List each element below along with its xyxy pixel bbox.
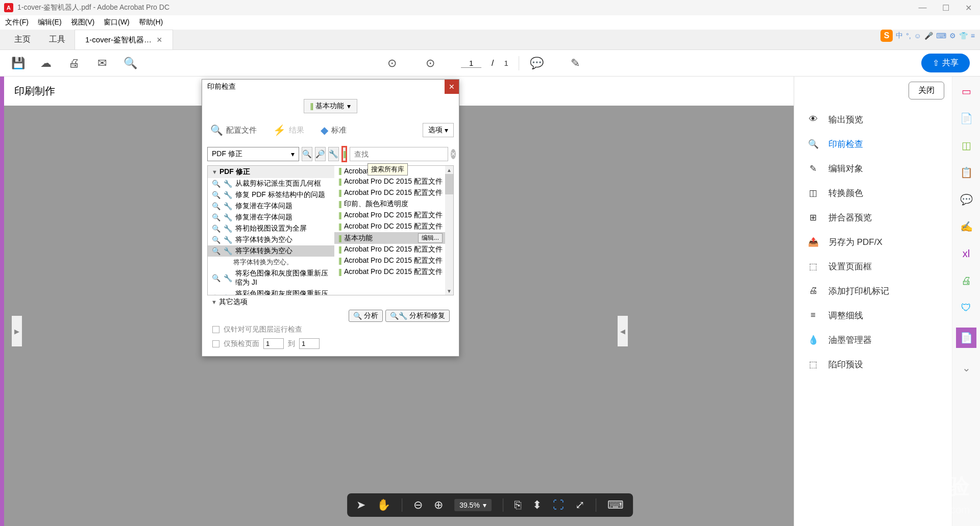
fit-visible-icon[interactable]: ⛶ (553, 498, 564, 512)
fixup-row[interactable]: 将字体转换为空心。 (208, 257, 334, 268)
panel-close-button[interactable]: 关闭 (909, 82, 944, 99)
search-icon[interactable]: 🔍 (122, 56, 138, 71)
tab-close-icon[interactable]: × (157, 35, 162, 45)
fixup-row[interactable]: 🔍🔧将彩色图像和灰度图像重新压缩为 JI (208, 268, 334, 288)
analyze-fix-button[interactable]: 🔍🔧 分析和修复 (385, 310, 450, 322)
library-row[interactable]: |||Acrobat Pro DC 2015 配置文件 (334, 221, 453, 232)
expand-right-icon[interactable]: ◀ (618, 316, 628, 346)
rail-export-icon[interactable]: 📄 (959, 111, 973, 126)
library-row[interactable]: |||Acrobat Pro DC 2015 配置文件 (334, 255, 453, 266)
rail-sign-icon[interactable]: ✍ (959, 219, 973, 234)
library-dropdown[interactable]: ||| 基本功能 ▾ (304, 99, 358, 113)
analyze-button[interactable]: 🔍 分析 (349, 310, 383, 322)
rail-measure-icon[interactable]: xl (959, 246, 973, 261)
collapse-arrow-icon[interactable]: ▼ (212, 169, 217, 175)
fixup-row[interactable]: 🔍🔧修复 PDF 标签结构中的问题 (208, 189, 334, 201)
fullscreen-icon[interactable]: ⤢ (575, 498, 584, 512)
fixup-row[interactable]: 🔍🔧将字体转换为空心 (208, 245, 334, 257)
right-panel-item[interactable]: ⬚设置页面框 (794, 254, 952, 279)
libraries-list[interactable]: |||Acrobat|||Acrobat Pro DC 2015 配置文件|||… (334, 166, 453, 295)
rail-organize-icon[interactable]: ▭ (959, 84, 973, 98)
right-panel-item[interactable]: ⊞拼合器预览 (794, 205, 952, 230)
zoom-out-icon[interactable]: ⊖ (413, 498, 423, 512)
ime-shirt-icon[interactable]: 👕 (959, 32, 968, 40)
ime-emoji-icon[interactable]: ☺ (914, 32, 921, 40)
tool-btn-wrench[interactable]: 🔧 (328, 147, 339, 161)
right-panel-item[interactable]: 🔍印前检查 (794, 132, 952, 156)
search-input[interactable] (350, 147, 448, 161)
scroll-down-icon[interactable]: ▼ (445, 287, 453, 295)
rail-comment-icon[interactable]: 💬 (959, 192, 973, 207)
library-row[interactable]: |||Acrobat Pro DC 2015 配置文件 (334, 210, 453, 221)
tab-standards[interactable]: ◆ 标准 (317, 121, 350, 139)
minimize-button[interactable]: — (911, 0, 934, 15)
page-from-input[interactable] (263, 338, 284, 349)
expand-left-icon[interactable]: ▶ (12, 316, 22, 346)
page-down-icon[interactable]: ⊙ (423, 56, 438, 71)
options-dropdown[interactable]: 选项 ▾ (423, 123, 454, 137)
menu-help[interactable]: 帮助(H) (139, 18, 163, 27)
tab-document[interactable]: 1-cover-鉴智机器… × (75, 30, 173, 49)
library-row[interactable]: |||Acrobat Pro DC 2015 配置文件 (334, 244, 453, 255)
right-panel-item[interactable]: 👁输出预览 (794, 107, 952, 132)
maximize-button[interactable]: ☐ (934, 0, 957, 15)
library-row[interactable]: |||Acrobat Pro DC 2015 配置文件 (334, 187, 453, 198)
rail-prepress-icon[interactable]: 📄 (956, 328, 976, 348)
window-close-button[interactable]: ✕ (957, 0, 980, 15)
rail-protect-icon[interactable]: 🛡 (959, 300, 973, 315)
right-panel-item[interactable]: ≡调整细线 (794, 303, 952, 328)
clear-search-icon[interactable]: ✕ (451, 149, 456, 159)
scrollbar[interactable]: ▲ ▼ (445, 166, 453, 295)
fixup-row[interactable]: 🔍🔧将彩色图像和灰度图像重新压缩为 JI (208, 288, 334, 295)
ime-tool-icon[interactable]: ⚙ (949, 32, 956, 40)
tab-profiles[interactable]: 🔍 配置文件 (207, 121, 260, 139)
collapse-arrow-icon[interactable]: ▼ (211, 299, 217, 305)
rail-print-icon[interactable]: 🖨 (959, 273, 973, 288)
scroll-up-icon[interactable]: ▲ (445, 166, 453, 174)
fixup-row[interactable]: 🔍🔧修复潜在字体问题 (208, 201, 334, 212)
tab-home[interactable]: 主页 (5, 30, 40, 49)
scroll-thumb[interactable] (445, 174, 453, 194)
keyboard-icon[interactable]: ⌨ (607, 498, 624, 512)
dialog-close-button[interactable]: ✕ (445, 80, 459, 94)
menu-window[interactable]: 窗口(W) (104, 18, 130, 27)
hand-icon[interactable]: ✋ (377, 498, 390, 512)
filter-dropdown[interactable]: PDF 修正 ▾ (207, 147, 299, 161)
tool-btn-1[interactable]: 🔍 (302, 147, 312, 161)
library-row[interactable]: |||印前、颜色和透明度 (334, 198, 453, 210)
mail-icon[interactable]: ✉ (94, 56, 110, 71)
tab-results[interactable]: ⚡ 结果 (270, 121, 307, 139)
save-icon[interactable]: 💾 (10, 56, 26, 71)
fixup-row[interactable]: 🔍🔧将字体转换为空心 (208, 234, 334, 245)
right-panel-item[interactable]: ✎编辑对象 (794, 156, 952, 181)
highlight-icon[interactable]: ✎ (568, 56, 583, 71)
ime-lang[interactable]: 中 (896, 31, 903, 40)
right-panel-item[interactable]: 🖨添加打印机标记 (794, 279, 952, 303)
library-row[interactable]: |||基本功能编辑...▾ (334, 232, 453, 244)
dialog-title[interactable]: 印前检查 (202, 80, 459, 94)
tab-tools[interactable]: 工具 (40, 30, 75, 49)
edit-button[interactable]: 编辑... (418, 233, 443, 243)
print-icon[interactable]: 🖨 (66, 56, 82, 71)
menu-file[interactable]: 文件(F) (5, 18, 29, 27)
right-panel-item[interactable]: ◫转换颜色 (794, 181, 952, 205)
fixup-row[interactable]: 🔍🔧修复潜在字体问题 (208, 212, 334, 223)
page-number-input[interactable] (461, 59, 481, 68)
library-row[interactable]: |||Acrobat Pro DC 2015 配置文件 (334, 176, 453, 187)
ime-menu-icon[interactable]: ≡ (971, 32, 975, 40)
cloud-upload-icon[interactable]: ☁ (38, 56, 54, 71)
comment-icon[interactable]: 💬 (529, 56, 545, 71)
ime-keyboard-icon[interactable]: ⌨ (936, 32, 946, 40)
right-panel-item[interactable]: ⬚陷印预设 (794, 352, 952, 377)
menu-view[interactable]: 视图(V) (71, 18, 95, 27)
library-row[interactable]: |||Acrobat Pro DC 2015 配置文件 (334, 266, 453, 278)
cursor-icon[interactable]: ➤ (356, 498, 365, 512)
page-to-input[interactable] (299, 338, 320, 349)
fixup-row[interactable]: 🔍🔧从裁剪标记派生页面几何框 (208, 178, 334, 189)
fixups-list[interactable]: ▼ PDF 修正 🔍🔧从裁剪标记派生页面几何框🔍🔧修复 PDF 标签结构中的问题… (208, 166, 334, 295)
menu-edit[interactable]: 编辑(E) (38, 18, 62, 27)
rail-create-icon[interactable]: ◫ (959, 138, 973, 153)
page-range-checkbox[interactable] (212, 340, 219, 347)
ime-punct-icon[interactable]: °, (906, 32, 911, 40)
fixup-row[interactable]: 🔍🔧将初始视图设置为全屏 (208, 223, 334, 234)
